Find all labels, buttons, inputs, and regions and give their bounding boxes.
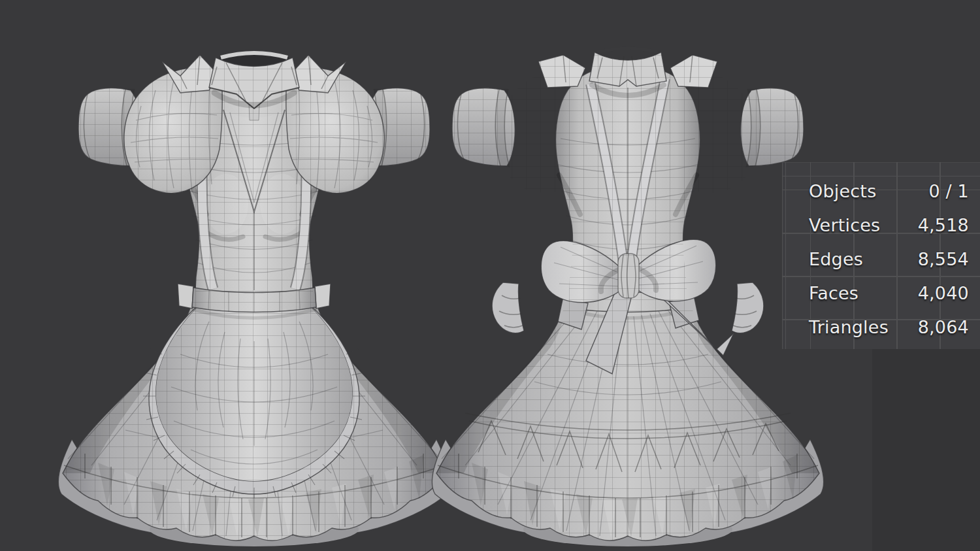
viewport-3d[interactable]: Objects 0 / 1 Vertices 4,518 Edges 8,554… bbox=[0, 0, 980, 551]
stats-label: Objects bbox=[809, 181, 876, 201]
stats-row: Objects 0 / 1 bbox=[783, 174, 980, 208]
stats-row: Triangles 8,064 bbox=[783, 310, 980, 344]
stats-label: Faces bbox=[809, 283, 858, 303]
wireframe-overlay-back bbox=[426, 44, 831, 549]
stats-row: Faces 4,040 bbox=[783, 276, 980, 310]
stats-value: 0 / 1 bbox=[928, 181, 969, 201]
stats-label: Edges bbox=[809, 249, 863, 269]
stats-row: Vertices 4,518 bbox=[783, 208, 980, 242]
stats-row: Edges 8,554 bbox=[783, 242, 980, 276]
background-shade-region bbox=[872, 349, 980, 551]
model-front-view[interactable] bbox=[52, 47, 457, 550]
stats-value: 4,040 bbox=[918, 283, 969, 303]
statistics-overlay: Objects 0 / 1 Vertices 4,518 Edges 8,554… bbox=[782, 162, 980, 349]
stats-value: 8,064 bbox=[918, 317, 969, 337]
stats-label: Triangles bbox=[809, 317, 889, 337]
model-back-view[interactable] bbox=[426, 44, 831, 549]
stats-value: 8,554 bbox=[918, 249, 969, 269]
wireframe-overlay bbox=[52, 47, 457, 550]
stats-value: 4,518 bbox=[918, 215, 969, 235]
stats-label: Vertices bbox=[809, 215, 880, 235]
